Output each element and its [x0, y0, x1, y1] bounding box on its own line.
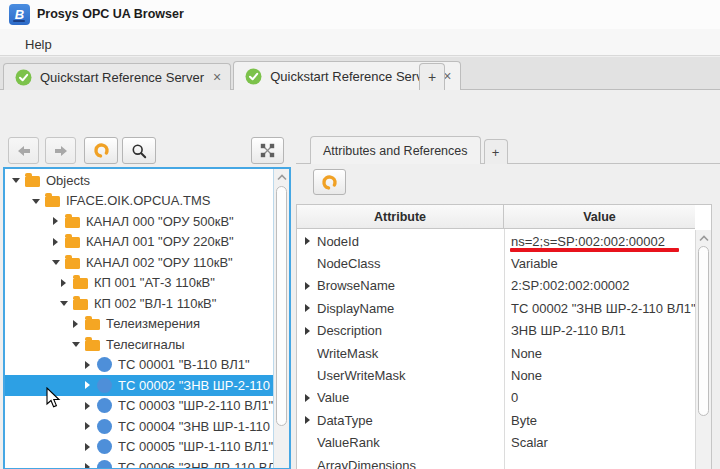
expander-icon[interactable]	[51, 257, 65, 267]
scroll-up-icon[interactable]	[698, 232, 710, 244]
tree-node-label: ТС 00001 "В-110 ВЛ1"	[118, 357, 250, 372]
tree-node[interactable]: ТС 00001 "В-110 ВЛ1"	[5, 355, 273, 376]
expander-icon[interactable]	[303, 415, 317, 425]
search-button[interactable]	[122, 137, 156, 164]
close-icon[interactable]: ×	[213, 70, 221, 84]
expander-icon[interactable]	[83, 442, 97, 452]
server-tabs: Quickstart Reference Server × Quickstart…	[3, 61, 463, 90]
tree-node[interactable]: ТС 00006 "ЗНВ ЛР-110 ВЛ1"	[5, 457, 273, 468]
add-server-tab-button[interactable]: +	[419, 63, 445, 90]
folder-icon	[65, 258, 80, 269]
expander-icon[interactable]	[83, 462, 97, 468]
variable-icon	[97, 419, 112, 434]
attribute-row[interactable]: Value 0	[297, 387, 695, 409]
attributes-refresh-button[interactable]	[313, 169, 346, 195]
node-graph-icon	[260, 143, 275, 158]
attribute-row[interactable]: ArrayDimensions	[297, 454, 695, 469]
attribute-value: Variable	[511, 256, 558, 271]
tree-node[interactable]: Objects	[5, 170, 273, 191]
tree-node-label: КАНАЛ 002 "ОРУ 110кВ"	[86, 255, 233, 270]
attribute-name: Description	[317, 323, 497, 338]
attribute-name: NodeId	[317, 234, 497, 249]
expander-icon[interactable]	[59, 298, 73, 308]
folder-icon	[65, 217, 80, 228]
expander-icon[interactable]	[51, 237, 65, 247]
attribute-name: UserWriteMask	[317, 368, 497, 383]
back-button[interactable]	[8, 137, 39, 164]
attribute-row[interactable]: UserWriteMask None	[297, 364, 695, 386]
arrow-right-icon	[54, 144, 68, 158]
expander-icon[interactable]	[303, 393, 317, 403]
expander-icon[interactable]	[303, 303, 317, 313]
attributes-scrollbar-thumb[interactable]	[698, 246, 709, 416]
attribute-row[interactable]: Description ЗНВ ШР-2-110 ВЛ1	[297, 320, 695, 342]
server-tab-label: Quickstart Reference Server	[40, 70, 204, 85]
column-header-value[interactable]: Value	[504, 205, 695, 228]
refresh-icon	[93, 142, 110, 159]
add-view-tab-button[interactable]: +	[484, 139, 508, 164]
attribute-row[interactable]: DisplayName ТС 00002 "ЗНВ ШР-2-110 ВЛ1"	[297, 297, 695, 319]
tree-node-label: КАНАЛ 000 "ОРУ 500кВ"	[86, 214, 234, 229]
tree-node-label: ТС 00006 "ЗНВ ЛР-110 ВЛ1"	[118, 460, 273, 468]
tree-node-label: Objects	[46, 173, 90, 188]
attribute-row[interactable]: NodeClass Variable	[297, 252, 695, 274]
folder-icon	[73, 278, 88, 289]
tree-node[interactable]: КАНАЛ 002 "ОРУ 110кВ"	[5, 252, 273, 273]
connected-check-icon	[245, 68, 262, 85]
connection-bar: Running opc.tcp://10.0.0.82:62561 --- ur…	[0, 90, 720, 128]
expander-icon[interactable]	[59, 278, 73, 288]
search-icon	[131, 143, 147, 159]
expander-icon[interactable]	[83, 421, 97, 431]
tree-node[interactable]: КАНАЛ 000 "ОРУ 500кВ"	[5, 211, 273, 232]
tree-node[interactable]: ТС 00005 "ШР-1-110 ВЛ1"	[5, 437, 273, 458]
expander-icon[interactable]	[303, 281, 317, 291]
column-header-attribute[interactable]: Attribute	[297, 205, 504, 228]
attributes-tabs: Attributes and References +	[310, 136, 508, 164]
attributes-scrollbar[interactable]	[695, 230, 711, 469]
attribute-row[interactable]: WriteMask None	[297, 342, 695, 364]
menu-help[interactable]: Help	[21, 35, 56, 54]
expander-icon[interactable]	[303, 236, 317, 246]
expander-icon[interactable]	[83, 360, 97, 370]
attribute-row[interactable]: BrowseName 2:SP:002:002:00002	[297, 275, 695, 297]
mouse-cursor-icon	[46, 387, 61, 409]
expander-icon[interactable]	[71, 319, 85, 329]
attribute-value: ТС 00002 "ЗНВ ШР-2-110 ВЛ1"	[511, 301, 695, 316]
title-bar: B Prosys OPC UA Browser	[0, 0, 720, 29]
folder-icon	[73, 299, 88, 310]
attribute-row[interactable]: DataType Byte	[297, 409, 695, 431]
attributes-table-header: Attribute Value	[297, 205, 695, 229]
tree-scrollbar[interactable]	[273, 169, 289, 468]
graph-view-button[interactable]	[251, 137, 284, 164]
tree-node[interactable]: ТС 00004 "ЗНВ ШР-1-110 В...	[5, 416, 273, 437]
expander-icon[interactable]	[31, 196, 45, 206]
attribute-row[interactable]: NodeId ns=2;s=SP:002:002:00002	[297, 230, 695, 252]
tab-attributes-and-references[interactable]: Attributes and References	[310, 136, 481, 164]
scroll-up-icon[interactable]	[276, 171, 288, 183]
expander-icon[interactable]	[303, 326, 317, 336]
attribute-name: DisplayName	[317, 301, 497, 316]
tree-node-label: IFACE.OIK.OPCUA.TMS	[66, 193, 210, 208]
server-tab[interactable]: Quickstart Reference Server ×	[3, 63, 231, 90]
nodeid-underline-annotation	[510, 248, 679, 252]
tree-node[interactable]: Телесигналы	[5, 334, 273, 355]
tree-node-label: ТС 00004 "ЗНВ ШР-1-110 В...	[118, 419, 273, 434]
forward-button[interactable]	[45, 137, 76, 164]
tree-node-label: КАНАЛ 001 "ОРУ 220кВ"	[86, 234, 234, 249]
expander-icon[interactable]	[71, 339, 85, 349]
tree-scrollbar-thumb[interactable]	[276, 186, 287, 426]
expander-icon[interactable]	[83, 380, 97, 390]
tree-node[interactable]: КП 002 "ВЛ-1 110кВ"	[5, 293, 273, 314]
tree-node[interactable]: IFACE.OIK.OPCUA.TMS	[5, 191, 273, 212]
expander-icon[interactable]	[51, 216, 65, 226]
tree-node[interactable]: КП 001 "АТ-3 110кВ"	[5, 273, 273, 294]
expander-icon[interactable]	[11, 175, 25, 185]
tree-node[interactable]: Телеизмерения	[5, 314, 273, 335]
expander-icon[interactable]	[83, 401, 97, 411]
attribute-row[interactable]: ValueRank Scalar	[297, 432, 695, 454]
attribute-name: Value	[317, 390, 497, 405]
refresh-button[interactable]	[84, 137, 118, 164]
variable-icon	[97, 398, 112, 413]
tree-node[interactable]: КАНАЛ 001 "ОРУ 220кВ"	[5, 232, 273, 253]
attributes-table-body: NodeId ns=2;s=SP:002:002:00002 NodeClass…	[297, 230, 695, 469]
